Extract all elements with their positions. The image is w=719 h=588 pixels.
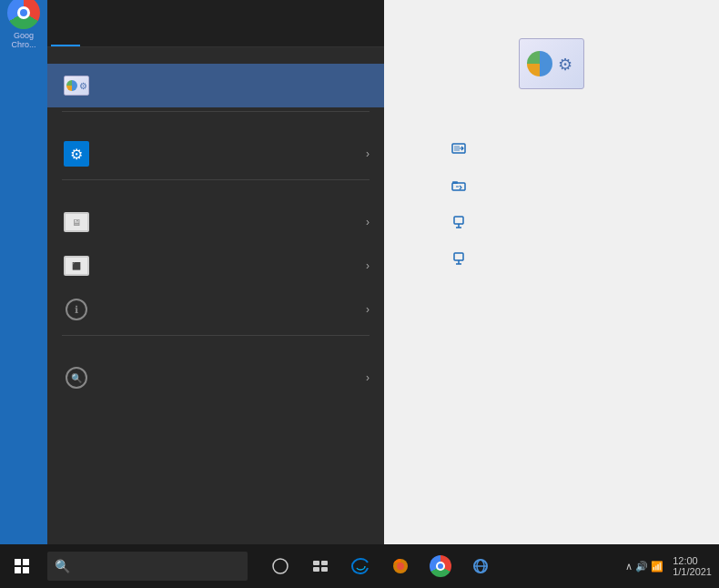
settings-app-item[interactable]: ⚙ › <box>47 132 384 176</box>
apps-section-label <box>47 116 384 132</box>
firefox-button[interactable] <box>382 548 419 584</box>
bitversion-icon: ℹ <box>62 295 91 324</box>
clock: 12:001/1/2021 <box>673 555 712 577</box>
start-button[interactable] <box>0 544 44 588</box>
tab-all[interactable] <box>51 0 80 46</box>
folder-icon <box>450 177 468 195</box>
action-open-file-location[interactable] <box>442 167 661 204</box>
chrome-sidebar-icon[interactable]: GoogChro... <box>5 4 43 42</box>
svg-point-12 <box>397 563 404 570</box>
svg-rect-10 <box>321 567 328 572</box>
svg-rect-8 <box>321 561 328 565</box>
menu-tabs <box>47 0 384 47</box>
control-panel-icon-small: ⚙ <box>62 71 91 100</box>
system-icon: 🖥 <box>62 208 91 237</box>
taskbar-notification-arrow: › <box>366 259 370 272</box>
tab-documents[interactable] <box>109 0 138 46</box>
tab-more[interactable] <box>167 0 200 46</box>
bitversion-item[interactable]: ℹ › <box>47 288 384 331</box>
svg-rect-9 <box>313 567 319 572</box>
svg-rect-1 <box>454 146 460 151</box>
svg-rect-4 <box>454 217 463 224</box>
taskbar-search-icon: 🔍 <box>55 559 70 573</box>
settings-section-label <box>47 184 384 200</box>
edge-button[interactable] <box>342 548 379 584</box>
divider-2 <box>62 179 370 180</box>
pin-icon <box>450 213 468 231</box>
start-menu-left-panel: ⚙ ⚙ › <box>47 0 384 544</box>
action-pin-start[interactable] <box>442 204 661 240</box>
svg-rect-5 <box>454 253 463 260</box>
web-section-label <box>47 340 384 356</box>
system-arrow: › <box>366 216 370 228</box>
control-panel-large-icon: ⚙ <box>515 36 588 91</box>
settings-app-icon: ⚙ <box>62 139 91 168</box>
task-view-button[interactable] <box>302 548 339 584</box>
left-sidebar: GoogChro... <box>0 0 47 544</box>
web-search-icon: 🔍 <box>62 363 91 392</box>
divider-1 <box>62 111 370 112</box>
best-match-control-panel[interactable]: ⚙ <box>47 64 384 107</box>
settings-app-arrow: › <box>366 147 370 160</box>
svg-rect-7 <box>313 561 319 565</box>
pin-taskbar-icon <box>450 249 468 268</box>
chrome-taskbar-button[interactable] <box>422 548 459 584</box>
taskbar-right-area: ∧ 🔊 📶 12:001/1/2021 <box>625 555 719 577</box>
web-search-item[interactable]: 🔍 › <box>47 356 384 400</box>
taskbar-notification-item[interactable]: ⬛ › <box>47 244 384 288</box>
taskbar-icons-group <box>262 548 499 584</box>
system-item[interactable]: 🖥 › <box>47 200 384 244</box>
tab-apps[interactable] <box>80 0 109 46</box>
action-open[interactable] <box>442 131 661 167</box>
taskbar-notification-icon: ⬛ <box>62 251 91 280</box>
action-pin-taskbar[interactable] <box>442 240 661 277</box>
start-menu: ⚙ ⚙ › <box>47 0 719 544</box>
search-results: ⚙ ⚙ › <box>47 47 384 544</box>
system-tray: ∧ 🔊 📶 <box>625 561 663 573</box>
bitversion-arrow: › <box>366 303 370 316</box>
tab-web[interactable] <box>138 0 167 46</box>
ie-button[interactable] <box>462 548 499 584</box>
svg-point-6 <box>273 559 288 573</box>
start-menu-right-panel: ⚙ <box>384 0 719 544</box>
best-match-label <box>47 47 384 64</box>
open-icon <box>450 140 468 158</box>
windows-logo <box>15 559 29 573</box>
divider-3 <box>62 335 370 336</box>
cortana-button[interactable] <box>262 548 299 584</box>
sidebar-app-label: GoogChro... <box>11 31 35 49</box>
taskbar: 🔍 <box>0 544 719 588</box>
taskbar-search-bar[interactable]: 🔍 <box>47 552 248 581</box>
web-search-arrow: › <box>366 371 370 384</box>
action-list <box>442 131 661 277</box>
